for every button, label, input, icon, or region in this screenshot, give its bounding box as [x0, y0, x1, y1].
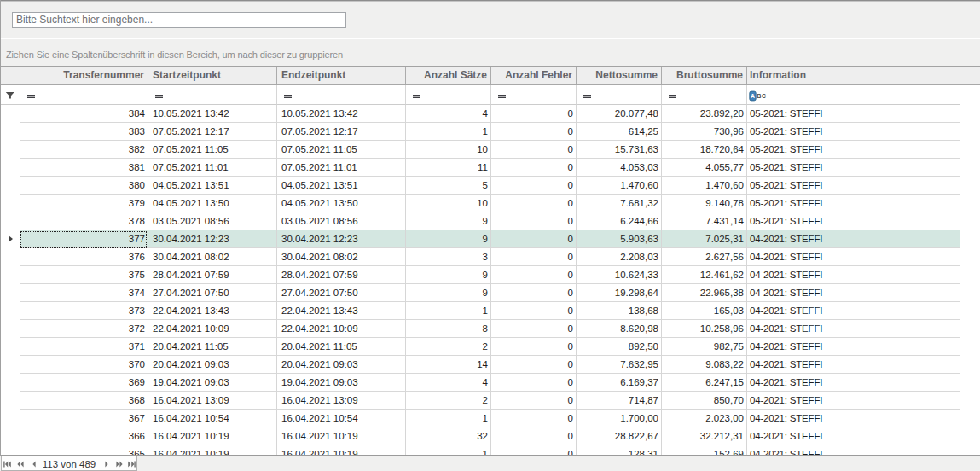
svg-text:BC: BC — [757, 93, 767, 99]
svg-text:A: A — [751, 93, 755, 99]
